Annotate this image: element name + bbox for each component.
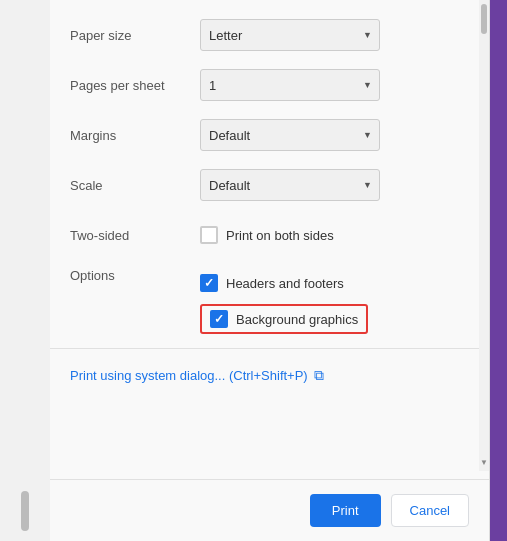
external-link-icon: ⧉ <box>314 367 324 384</box>
left-scroll-thumb[interactable] <box>21 491 29 531</box>
system-dialog-row: Print using system dialog... (Ctrl+Shift… <box>50 357 489 394</box>
paper-size-select-wrapper: Letter A4 Legal Tabloid <box>200 19 380 51</box>
right-scrollbar[interactable] <box>479 0 489 471</box>
background-graphics-option: Background graphics <box>200 298 469 340</box>
form-rows: Paper size Letter A4 Legal Tabloid Pages… <box>50 0 489 340</box>
options-section: Headers and footers Background graphics <box>200 268 469 340</box>
scale-label: Scale <box>70 178 200 193</box>
background-graphics-highlight: Background graphics <box>200 304 368 334</box>
print-dialog-panel: ▼ Paper size Letter A4 Legal Tabloid <box>50 0 490 541</box>
headers-footers-label: Headers and footers <box>226 276 344 291</box>
pages-per-sheet-label: Pages per sheet <box>70 78 200 93</box>
two-sided-control: Print on both sides <box>200 226 469 244</box>
headers-footers-checkbox[interactable] <box>200 274 218 292</box>
margins-select-wrapper: Default None Minimum Custom <box>200 119 380 151</box>
background-graphics-label: Background graphics <box>236 312 358 327</box>
right-scroll-thumb[interactable] <box>481 4 487 34</box>
scale-select-wrapper: Default Custom Fit to page width <box>200 169 380 201</box>
two-sided-checkbox-row: Print on both sides <box>200 226 469 244</box>
options-control: Headers and footers Background graphics <box>200 268 469 340</box>
pages-per-sheet-select-wrapper: 1 2 4 6 9 16 <box>200 69 380 101</box>
two-sided-checkbox[interactable] <box>200 226 218 244</box>
margins-select[interactable]: Default None Minimum Custom <box>200 119 380 151</box>
divider-before-system-dialog <box>50 348 489 349</box>
pages-per-sheet-row: Pages per sheet 1 2 4 6 9 16 <box>70 60 469 110</box>
two-sided-row: Two-sided Print on both sides <box>70 210 469 260</box>
cancel-button[interactable]: Cancel <box>391 494 469 527</box>
scale-row: Scale Default Custom Fit to page width <box>70 160 469 210</box>
paper-size-row: Paper size Letter A4 Legal Tabloid <box>70 10 469 60</box>
scale-select[interactable]: Default Custom Fit to page width <box>200 169 380 201</box>
pages-per-sheet-select[interactable]: 1 2 4 6 9 16 <box>200 69 380 101</box>
scale-control: Default Custom Fit to page width <box>200 169 469 201</box>
paper-size-select[interactable]: Letter A4 Legal Tabloid <box>200 19 380 51</box>
pages-per-sheet-control: 1 2 4 6 9 16 <box>200 69 469 101</box>
headers-footers-option: Headers and footers <box>200 268 469 298</box>
margins-control: Default None Minimum Custom <box>200 119 469 151</box>
paper-size-control: Letter A4 Legal Tabloid <box>200 19 469 51</box>
paper-size-label: Paper size <box>70 28 200 43</box>
scroll-down-arrow[interactable]: ▼ <box>479 453 489 471</box>
options-row: Options Headers and footers Background g… <box>70 260 469 340</box>
content-area: Paper size Letter A4 Legal Tabloid Pages… <box>50 0 489 479</box>
background-graphics-checkbox[interactable] <box>210 310 228 328</box>
print-button[interactable]: Print <box>310 494 381 527</box>
footer-buttons: Print Cancel <box>50 480 489 541</box>
left-scrollbar <box>0 0 50 541</box>
two-sided-checkbox-label: Print on both sides <box>226 228 334 243</box>
options-label: Options <box>70 268 200 283</box>
system-dialog-link[interactable]: Print using system dialog... (Ctrl+Shift… <box>70 368 308 383</box>
margins-row: Margins Default None Minimum Custom <box>70 110 469 160</box>
margins-label: Margins <box>70 128 200 143</box>
two-sided-label: Two-sided <box>70 228 200 243</box>
